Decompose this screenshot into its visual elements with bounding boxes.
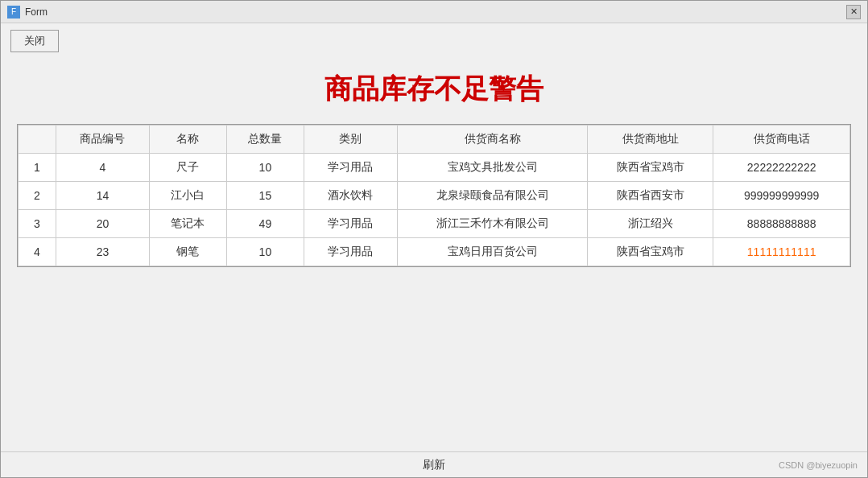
table-row: 14尺子10学习用品宝鸡文具批发公司陕西省宝鸡市22222222222	[19, 154, 850, 182]
toolbar: 关闭	[1, 23, 867, 59]
col-header-empty	[19, 126, 56, 154]
table-body: 14尺子10学习用品宝鸡文具批发公司陕西省宝鸡市22222222222214江小…	[19, 154, 850, 266]
cell-name: 江小白	[149, 182, 226, 210]
table-row: 214江小白15酒水饮料龙泉绿颐食品有限公司陕西省西安市999999999999	[19, 182, 850, 210]
cell-id: 20	[56, 210, 149, 238]
cell-qty: 10	[226, 154, 304, 182]
cell-supplier: 宝鸡文具批发公司	[397, 154, 587, 182]
cell-phone: 999999999999	[713, 182, 850, 210]
window-icon: F	[7, 6, 20, 19]
cell-qty: 10	[226, 238, 304, 266]
close-button[interactable]: 关闭	[10, 30, 59, 52]
page-title: 商品库存不足警告	[17, 59, 851, 124]
cell-address: 陕西省西安市	[588, 182, 713, 210]
cell-phone: 22222222222	[713, 154, 850, 182]
spacer	[17, 267, 851, 451]
cell-phone: 88888888888	[713, 210, 850, 238]
col-header-supplier: 供货商名称	[397, 126, 587, 154]
data-table-container: 商品编号 名称 总数量 类别 供货商名称 供货商地址 供货商电话 14尺子10学…	[17, 124, 851, 267]
window-icon-label: F	[11, 7, 16, 16]
cell-address: 陕西省宝鸡市	[588, 154, 713, 182]
title-bar: F Form ✕	[1, 1, 867, 23]
col-header-id: 商品编号	[56, 126, 149, 154]
table-row: 320笔记本49学习用品浙江三禾竹木有限公司浙江绍兴88888888888	[19, 210, 850, 238]
cell-qty: 49	[226, 210, 304, 238]
cell-type: 学习用品	[304, 238, 397, 266]
cell-address: 浙江绍兴	[588, 210, 713, 238]
row-num: 2	[19, 182, 56, 210]
cell-type: 酒水饮料	[304, 182, 397, 210]
refresh-button[interactable]: 刷新	[423, 458, 445, 472]
title-bar-left: F Form	[7, 6, 48, 19]
col-header-name: 名称	[149, 126, 226, 154]
col-header-address: 供货商地址	[588, 126, 713, 154]
cell-id: 23	[56, 238, 149, 266]
table-row: 423钢笔10学习用品宝鸡日用百货公司陕西省宝鸡市11111111111	[19, 238, 850, 266]
data-table: 商品编号 名称 总数量 类别 供货商名称 供货商地址 供货商电话 14尺子10学…	[18, 125, 850, 266]
cell-name: 尺子	[149, 154, 226, 182]
cell-phone: 11111111111	[713, 238, 850, 266]
window: F Form ✕ 关闭 商品库存不足警告 商品编号 名称 总数量 类别 供货商名…	[0, 0, 868, 478]
cell-name: 钢笔	[149, 238, 226, 266]
main-content: 商品库存不足警告 商品编号 名称 总数量 类别 供货商名称 供货商地址 供货商电…	[1, 59, 867, 451]
col-header-qty: 总数量	[226, 126, 304, 154]
cell-name: 笔记本	[149, 210, 226, 238]
cell-id: 4	[56, 154, 149, 182]
cell-qty: 15	[226, 182, 304, 210]
cell-type: 学习用品	[304, 154, 397, 182]
col-header-type: 类别	[304, 126, 397, 154]
row-num: 1	[19, 154, 56, 182]
cell-supplier: 龙泉绿颐食品有限公司	[397, 182, 587, 210]
col-header-phone: 供货商电话	[713, 126, 850, 154]
cell-type: 学习用品	[304, 210, 397, 238]
row-num: 3	[19, 210, 56, 238]
cell-id: 14	[56, 182, 149, 210]
cell-supplier: 宝鸡日用百货公司	[397, 238, 587, 266]
footer: 刷新 CSDN @biyezuopin	[1, 451, 867, 477]
window-close-button[interactable]: ✕	[846, 5, 861, 19]
watermark: CSDN @biyezuopin	[779, 460, 858, 470]
row-num: 4	[19, 238, 56, 266]
cell-supplier: 浙江三禾竹木有限公司	[397, 210, 587, 238]
window-title: Form	[25, 6, 48, 18]
cell-address: 陕西省宝鸡市	[588, 238, 713, 266]
table-header-row: 商品编号 名称 总数量 类别 供货商名称 供货商地址 供货商电话	[19, 126, 850, 154]
